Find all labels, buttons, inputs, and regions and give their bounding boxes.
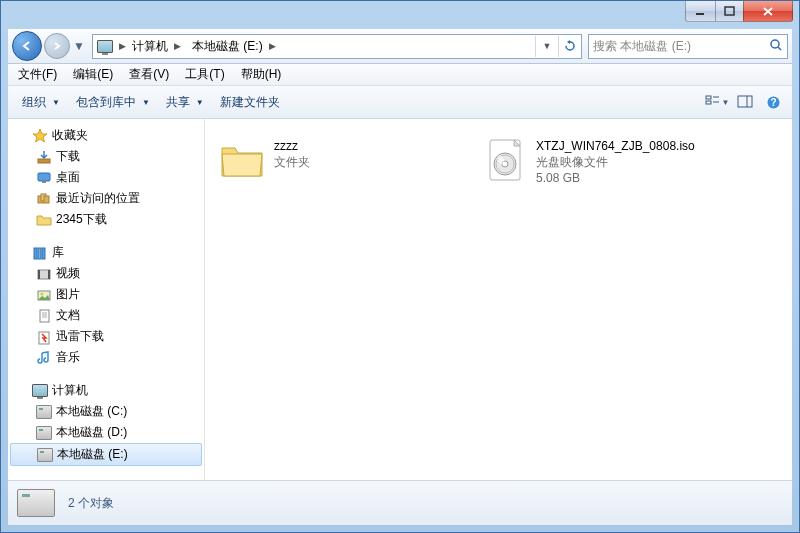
sidebar-item-drive-d[interactable]: 本地磁盘 (D:) xyxy=(8,422,204,443)
svg-text:?: ? xyxy=(770,97,776,108)
favorites-group: 收藏夹 下载 桌面 最近访问的位置 2345下载 xyxy=(8,125,204,230)
svg-rect-12 xyxy=(38,159,50,163)
details-pane: 2 个对象 xyxy=(8,480,792,525)
address-bar-buttons: ▼ xyxy=(535,36,581,57)
svg-rect-4 xyxy=(706,96,711,99)
minimize-button[interactable] xyxy=(685,1,716,22)
drive-icon xyxy=(36,425,52,441)
navigation-pane[interactable]: 收藏夹 下载 桌面 最近访问的位置 2345下载 库 视频 图片 文档 xyxy=(8,119,205,480)
documents-icon xyxy=(36,308,52,324)
download-icon xyxy=(36,149,52,165)
help-button[interactable]: ? xyxy=(760,90,786,114)
breadcrumb-drive-e[interactable]: 本地磁盘 (E:) ▶ xyxy=(188,35,283,58)
menu-edit[interactable]: 编辑(E) xyxy=(65,64,121,85)
svg-rect-19 xyxy=(38,248,41,259)
close-button[interactable] xyxy=(743,1,793,22)
file-item-folder[interactable]: zzzz 文件夹 xyxy=(213,131,471,199)
maximize-button[interactable] xyxy=(715,1,744,22)
include-in-library-button[interactable]: 包含到库中▼ xyxy=(68,91,158,114)
file-text: zzzz 文件夹 xyxy=(274,136,310,170)
music-icon xyxy=(36,350,52,366)
file-type: 文件夹 xyxy=(274,154,310,170)
svg-rect-5 xyxy=(706,101,711,104)
libraries-group: 库 视频 图片 文档 迅雷下载 音乐 xyxy=(8,242,204,368)
sidebar-item-recent[interactable]: 最近访问的位置 xyxy=(8,188,204,209)
address-dropdown-button[interactable]: ▼ xyxy=(535,36,558,57)
file-list[interactable]: zzzz 文件夹 XTZJ_WIN764_ZJB_0808.iso 光盘映像文件… xyxy=(205,119,792,480)
menu-tools[interactable]: 工具(T) xyxy=(177,64,232,85)
drive-icon xyxy=(16,487,56,519)
recent-icon xyxy=(36,191,52,207)
sidebar-item-drive-e[interactable]: 本地磁盘 (E:) xyxy=(10,443,202,466)
search-placeholder: 搜索 本地磁盘 (E:) xyxy=(593,38,691,55)
svg-rect-0 xyxy=(696,13,704,15)
nav-bar: ▼ ▶ 计算机 ▶ 本地磁盘 (E:) ▶ ▼ 搜索 本地磁盘 (E: xyxy=(8,29,792,64)
group-label: 收藏夹 xyxy=(52,127,88,144)
file-name: XTZJ_WIN764_ZJB_0808.iso xyxy=(536,138,695,154)
chevron-right-icon: ▶ xyxy=(116,41,129,51)
svg-rect-8 xyxy=(738,96,752,107)
menu-file[interactable]: 文件(F) xyxy=(10,64,65,85)
chevron-right-icon: ▶ xyxy=(171,41,184,51)
share-button[interactable]: 共享▼ xyxy=(158,91,212,114)
svg-rect-23 xyxy=(48,270,50,279)
svg-point-25 xyxy=(41,292,44,295)
explorer-window: ▼ ▶ 计算机 ▶ 本地磁盘 (E:) ▶ ▼ 搜索 本地磁盘 (E: xyxy=(0,0,800,533)
back-button[interactable] xyxy=(12,31,42,61)
computer-icon xyxy=(97,38,113,54)
svg-rect-1 xyxy=(725,7,734,15)
svg-line-3 xyxy=(778,47,781,50)
svg-rect-17 xyxy=(44,196,49,203)
sidebar-item-downloads[interactable]: 下载 xyxy=(8,146,204,167)
explorer-body: 收藏夹 下载 桌面 最近访问的位置 2345下载 库 视频 图片 文档 xyxy=(8,119,792,480)
menu-bar: 文件(F) 编辑(E) 查看(V) 工具(T) 帮助(H) xyxy=(8,64,792,86)
breadcrumb-label: 本地磁盘 (E:) xyxy=(192,38,263,55)
sidebar-item-xunlei[interactable]: 迅雷下载 xyxy=(8,326,204,347)
menu-help[interactable]: 帮助(H) xyxy=(233,64,290,85)
nav-history-dropdown[interactable]: ▼ xyxy=(72,39,86,53)
drive-icon xyxy=(36,404,52,420)
command-bar: 组织▼ 包含到库中▼ 共享▼ 新建文件夹 ▼ ? xyxy=(8,86,792,119)
svg-rect-13 xyxy=(38,173,50,181)
breadcrumb-computer[interactable]: ▶ 计算机 ▶ xyxy=(93,35,188,58)
group-label: 库 xyxy=(52,244,64,261)
refresh-button[interactable] xyxy=(558,36,581,57)
sidebar-item-music[interactable]: 音乐 xyxy=(8,347,204,368)
sidebar-item-drive-c[interactable]: 本地磁盘 (C:) xyxy=(8,401,204,422)
titlebar xyxy=(1,1,799,29)
svg-rect-26 xyxy=(40,310,49,322)
window-client-area: ▼ ▶ 计算机 ▶ 本地磁盘 (E:) ▶ ▼ 搜索 本地磁盘 (E: xyxy=(8,29,792,525)
sidebar-item-videos[interactable]: 视频 xyxy=(8,263,204,284)
sidebar-item-pictures[interactable]: 图片 xyxy=(8,284,204,305)
sidebar-item-desktop[interactable]: 桌面 xyxy=(8,167,204,188)
file-text: XTZJ_WIN764_ZJB_0808.iso 光盘映像文件 5.08 GB xyxy=(536,136,695,187)
svg-rect-14 xyxy=(42,181,46,183)
address-bar[interactable]: ▶ 计算机 ▶ 本地磁盘 (E:) ▶ ▼ xyxy=(92,34,582,59)
chevron-right-icon: ▶ xyxy=(266,41,279,51)
xunlei-icon xyxy=(36,329,52,345)
group-label: 计算机 xyxy=(52,382,88,399)
new-folder-button[interactable]: 新建文件夹 xyxy=(212,91,288,114)
computer-header[interactable]: 计算机 xyxy=(8,380,204,401)
svg-rect-22 xyxy=(38,270,40,279)
breadcrumb-label: 计算机 xyxy=(132,38,168,55)
libraries-header[interactable]: 库 xyxy=(8,242,204,263)
search-box[interactable]: 搜索 本地磁盘 (E:) xyxy=(588,34,788,59)
view-options-button[interactable]: ▼ xyxy=(704,90,730,114)
status-text: 2 个对象 xyxy=(68,495,114,512)
preview-pane-button[interactable] xyxy=(732,90,758,114)
file-item-iso[interactable]: XTZJ_WIN764_ZJB_0808.iso 光盘映像文件 5.08 GB xyxy=(475,131,733,199)
file-type: 光盘映像文件 xyxy=(536,154,695,170)
sidebar-item-2345[interactable]: 2345下载 xyxy=(8,209,204,230)
sidebar-item-documents[interactable]: 文档 xyxy=(8,305,204,326)
computer-group: 计算机 本地磁盘 (C:) 本地磁盘 (D:) 本地磁盘 (E:) xyxy=(8,380,204,466)
file-name: zzzz xyxy=(274,138,310,154)
forward-button[interactable] xyxy=(44,33,70,59)
favorites-header[interactable]: 收藏夹 xyxy=(8,125,204,146)
svg-rect-18 xyxy=(34,248,37,259)
menu-view[interactable]: 查看(V) xyxy=(121,64,177,85)
organize-button[interactable]: 组织▼ xyxy=(14,91,68,114)
search-icon xyxy=(769,38,783,55)
computer-icon xyxy=(32,383,48,399)
iso-icon xyxy=(480,136,528,184)
